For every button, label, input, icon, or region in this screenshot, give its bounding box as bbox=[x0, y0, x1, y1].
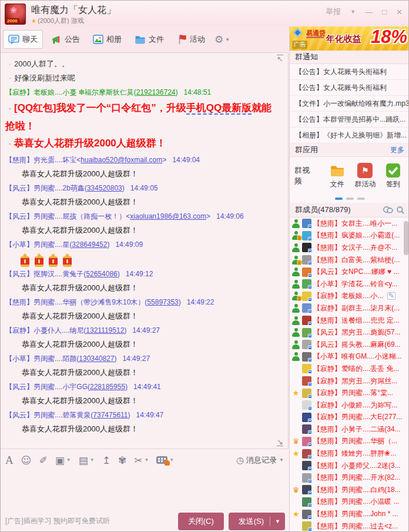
member-row[interactable]: 【寂静】爱喵的....丢丢 免... bbox=[290, 363, 409, 375]
ad-banner[interactable]: 易通贷 广告 年化收益 18% bbox=[290, 26, 409, 51]
chat-sender-line: 【风云】男闺蜜....2b萌鑫(334520803)14:49:05 bbox=[5, 181, 280, 195]
close-window-button[interactable]: ✕ bbox=[396, 8, 403, 16]
report-button[interactable]: 举报 bbox=[326, 6, 341, 17]
tab-announcement[interactable]: 公告 bbox=[46, 31, 85, 48]
window-shake-icon[interactable]: ✾ bbox=[118, 454, 126, 466]
maximize-button[interactable]: □ bbox=[382, 8, 387, 16]
notice-item[interactable]: 【相册】《好卡人兑换明细》新增... bbox=[290, 128, 409, 143]
message-input[interactable] bbox=[1, 471, 289, 510]
sender-id-link[interactable]: 55897353 bbox=[147, 298, 178, 306]
member-row[interactable]: 【慈雨】女群主....唯小一... bbox=[290, 218, 409, 230]
sender-id-link[interactable]: 737475611 bbox=[93, 411, 128, 419]
sender-id-link[interactable]: huaibao520@foxmail.com bbox=[81, 156, 162, 164]
scroll-to-bottom-icon[interactable]: ↘ bbox=[277, 438, 283, 446]
sender-id-link[interactable]: 1321119512 bbox=[86, 326, 124, 334]
member-chat-icon[interactable] bbox=[383, 206, 393, 214]
member-row[interactable]: ★【寂静】男闺蜜....落°棠... bbox=[290, 387, 409, 399]
member-row[interactable]: 【慈雨】男闺蜜....小温暖 ... bbox=[290, 496, 409, 508]
group-avatar[interactable]: ❀ 2000 bbox=[5, 4, 26, 25]
page-dot[interactable] bbox=[346, 198, 354, 200]
message-history-button[interactable]: ◷ 消息记录 ▼ bbox=[236, 455, 284, 466]
member-row[interactable]: 【寂静】小傲娇....为妳写... bbox=[290, 399, 409, 411]
star-badge-icon: ★ bbox=[293, 450, 300, 457]
notice-item[interactable]: 【文件】小一改编献给唯有魔力.mp3 bbox=[290, 96, 409, 112]
member-row[interactable]: 【慈雨】男闺蜜....开水(82... bbox=[290, 471, 409, 484]
member-row[interactable]: 【慈雨】小蔓师父....2迷(3... bbox=[290, 460, 409, 472]
member-name: 【小草】唯有GM....小迷糊... bbox=[313, 352, 402, 362]
member-avatar bbox=[302, 328, 311, 337]
member-row[interactable]: ★【慈雨】男闺蜜....John * ... bbox=[290, 508, 409, 520]
group-apps-more-link[interactable]: 更多 bbox=[390, 145, 404, 155]
apps-pagination[interactable] bbox=[290, 195, 409, 203]
group-members-list[interactable]: 【慈雨】女群主....唯小一...女【慈雨】疯婆娘....小霸道(...【慈雨】… bbox=[290, 218, 409, 531]
scroll-to-top-icon[interactable]: ↖ bbox=[277, 55, 283, 63]
font-style-icon[interactable]: A bbox=[5, 454, 14, 467]
page-dot[interactable] bbox=[357, 198, 365, 200]
send-image-icon[interactable]: ▤▼ bbox=[79, 454, 95, 466]
tab-chat[interactable]: 聊天 bbox=[3, 30, 43, 49]
member-row[interactable]: 【小草】唯有GM....小迷糊... bbox=[290, 351, 409, 363]
window-shake-icon-glyph: ✾ bbox=[118, 454, 126, 466]
members-scrollbar[interactable] bbox=[404, 221, 408, 255]
member-row[interactable]: 【风云】黑穷丑....旖旎(57... bbox=[290, 326, 409, 339]
member-row[interactable]: 【慈雨】女汉子....卉@不... bbox=[290, 242, 409, 254]
screen-capture-icon[interactable]: ▣▼ bbox=[55, 454, 71, 466]
caption-dropdown-icon[interactable]: ▼ bbox=[350, 9, 356, 15]
page-dot-active[interactable] bbox=[335, 198, 343, 200]
send-options-dropdown-icon[interactable]: ▼ bbox=[275, 518, 280, 524]
sender-id-link[interactable]: 52654086 bbox=[86, 270, 117, 278]
footer-ad-text[interactable]: [广告]插画学习 预约即可免费试听 bbox=[1, 516, 110, 526]
member-row[interactable]: 【风云】女NPC....娜娜 ♥ ... bbox=[290, 266, 409, 278]
sender-id-link[interactable]: 334520803 bbox=[87, 184, 122, 192]
send-button-label: 发送(S) bbox=[239, 516, 264, 527]
chat-message-area[interactable]: ↖ ·2000人群了。。·好像没刷新过来呢【寂静】老板娘....小蔓 ❇福尔摩斯… bbox=[1, 53, 289, 449]
sender-id-link[interactable]: 130340827 bbox=[79, 354, 114, 363]
tab-activity[interactable]: 活动 bbox=[172, 31, 210, 48]
group-video-app[interactable]: 群视频 bbox=[294, 165, 317, 186]
message-history-label: 消息记录 bbox=[246, 455, 277, 466]
notice-item[interactable]: 【公告】本群管理员招募中...踊跃... bbox=[290, 112, 409, 128]
member-row[interactable]: 【寂静】副群主....柒月末(... bbox=[290, 302, 409, 314]
member-search-icon[interactable] bbox=[397, 206, 404, 214]
promo-link-text[interactable]: 手机QQ最新版 bbox=[186, 102, 252, 115]
app-activity[interactable]: ⚑ 群活动 bbox=[351, 163, 380, 189]
member-row[interactable]: 【寂静】男闺蜜....大E(277... bbox=[290, 411, 409, 424]
send-button[interactable]: 发送(S) ▼ bbox=[229, 513, 285, 530]
app-checkin[interactable]: 签到 bbox=[379, 163, 407, 189]
tab-files[interactable]: 文件 bbox=[130, 31, 169, 48]
sender-id-link[interactable]: 328649452 bbox=[72, 240, 107, 249]
minimize-button[interactable]: — bbox=[365, 8, 373, 16]
notice-item[interactable]: 【公告】女人花账号头衔福利 bbox=[290, 64, 409, 80]
red-packet-icon[interactable]: ▼ bbox=[156, 456, 174, 464]
tab-settings[interactable]: ⚙ ▼ bbox=[214, 34, 230, 46]
member-row[interactable]: 女【慈雨】白富美....紫桔梗(... bbox=[290, 254, 409, 266]
tab-album[interactable]: 相册 bbox=[88, 31, 126, 48]
sender-name: 【慈雨】穷光蛋....坏宝< bbox=[5, 156, 81, 164]
member-row[interactable]: 【小草】学渣花....铃音<y... bbox=[290, 278, 409, 290]
member-row[interactable]: 女【寂静】老板娘....小...✎ bbox=[290, 290, 409, 303]
member-row[interactable]: 【慈雨】小舅子....二涵(34... bbox=[290, 423, 409, 436]
member-row[interactable]: 【慈雨】送餐组....兜兜 定... bbox=[290, 314, 409, 327]
close-button[interactable]: 关闭(C) bbox=[178, 513, 224, 530]
sender-id-link[interactable]: xiaoluan1986@163.com bbox=[130, 212, 206, 220]
app-files[interactable]: 文件 bbox=[323, 163, 351, 189]
mobile-online-badge-icon bbox=[308, 430, 312, 434]
member-avatar bbox=[302, 303, 311, 313]
magic-expression-icon[interactable]: ✐ bbox=[39, 454, 47, 466]
member-row[interactable]: ★【慈雨】矮矬穷....胖胖❀... bbox=[290, 447, 409, 460]
member-row[interactable]: 【寂静】黑穷丑....穷屌丝... bbox=[290, 375, 409, 387]
message-time: 14:49:27 bbox=[132, 326, 160, 334]
sender-id-link[interactable]: 228185955 bbox=[90, 383, 125, 391]
screenshot-icon[interactable]: ✂▼ bbox=[134, 454, 149, 466]
emoticon-icon[interactable]: ☺ bbox=[21, 454, 32, 466]
member-row[interactable]: ♛【慈雨】男闺蜜....华丽（... bbox=[290, 436, 409, 448]
member-row[interactable]: ♛【慈雨】男闺蜜....白鸡(18... bbox=[290, 484, 409, 496]
member-row[interactable]: 女【慈雨】疯婆娘....小霸道(... bbox=[290, 230, 409, 242]
member-name: 【慈雨】女汉子....卉@不... bbox=[313, 243, 398, 253]
member-row[interactable]: 【风云】摇头教....麻麻(69... bbox=[290, 339, 409, 351]
upload-file-icon[interactable]: ↥ bbox=[102, 454, 110, 466]
edit-my-card-icon[interactable]: ✎ bbox=[387, 292, 395, 300]
notice-item[interactable]: 【公告】女人花账号头衔福利 bbox=[290, 80, 409, 96]
member-row[interactable]: 【慈雨】男闺蜜....过去<z... bbox=[290, 520, 409, 531]
sender-id-link[interactable]: 2192136724 bbox=[136, 88, 176, 96]
